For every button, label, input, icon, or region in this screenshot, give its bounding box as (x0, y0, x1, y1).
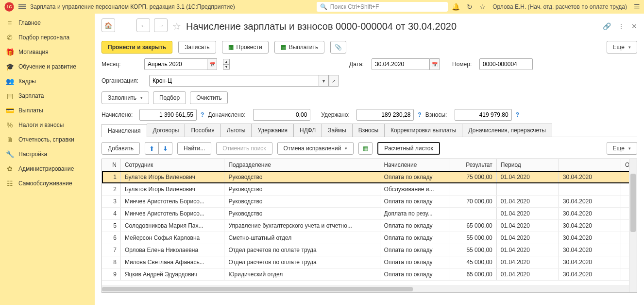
month-label: Месяц: (102, 61, 140, 68)
tab-more-button[interactable]: Еще▾ (607, 142, 637, 155)
contr-value[interactable] (455, 109, 512, 121)
withheld-label: Удержано: (321, 111, 353, 118)
nav-forward-button[interactable]: → (154, 18, 168, 32)
date-calendar-icon[interactable]: 📅 (430, 58, 440, 70)
sidebar-item-5[interactable]: ▤Зарплата (0, 89, 95, 103)
org-field[interactable] (149, 75, 319, 87)
table-row[interactable]: 5Солодовникова Мария Пах...Управление бу… (102, 220, 637, 232)
sidebar-item-1[interactable]: ✆Подбор персонала (0, 30, 95, 45)
col-department[interactable]: Подразделение (224, 159, 380, 171)
content: 🏠 ← → ☆ Начисление зарплаты и взносов 00… (95, 14, 644, 305)
tab-8[interactable]: Корректировки выплаты (384, 124, 462, 137)
move-down-button[interactable]: ⬇ (159, 142, 172, 155)
accrued-value[interactable] (139, 109, 197, 121)
month-up[interactable]: ▲ (223, 59, 230, 64)
accrued-help[interactable]: ? (201, 111, 204, 118)
col-accrual[interactable]: Начисление (380, 159, 450, 171)
tab-7[interactable]: Взносы (352, 124, 385, 137)
clear-button[interactable]: Очистить (190, 91, 228, 104)
tab-9[interactable]: Доначисления, перерасчеты (462, 124, 552, 137)
menu-icon[interactable] (18, 3, 26, 10)
month-calendar-icon[interactable]: 📅 (207, 58, 217, 70)
sidebar-label: Отчетность, справки (18, 136, 74, 143)
settings-icon[interactable]: ☰ (634, 3, 640, 11)
sidebar-item-4[interactable]: 👥Кадры (0, 74, 95, 89)
more-vert-icon[interactable]: ⋮ (618, 22, 625, 30)
sidebar-label: Обучение и развитие (18, 63, 76, 70)
more-button[interactable]: Еще▾ (607, 41, 637, 54)
favorite-toggle[interactable]: ☆ (172, 20, 181, 32)
post-button[interactable]: ▦Провести (222, 41, 269, 54)
col-period-end[interactable] (559, 159, 621, 171)
nav-back-button[interactable]: ← (136, 18, 150, 32)
table-row[interactable]: 2Булатов Игорь ВиленовичРуководствоОбслу… (102, 183, 637, 196)
table-row[interactable]: 7Орлова Елена НиколаевнаОтдел расчетов п… (102, 244, 637, 256)
sidebar-item-8[interactable]: 🗎Отчетность, справки (0, 132, 95, 147)
tab-6[interactable]: Займы (322, 124, 353, 137)
date-field[interactable] (372, 58, 430, 70)
sidebar-item-2[interactable]: 🎁Мотивация (0, 45, 95, 59)
org-dropdown-icon[interactable]: ▾ (319, 75, 329, 87)
pick-button[interactable]: Подбор (153, 91, 186, 104)
month-field[interactable] (144, 58, 207, 70)
col-period[interactable]: Период (496, 159, 559, 171)
month-down[interactable]: ▼ (223, 64, 230, 70)
home-button[interactable]: 🏠 (102, 18, 115, 32)
star-icon[interactable]: ☆ (479, 3, 486, 11)
tab-5[interactable]: НДФЛ (293, 124, 322, 137)
table-row[interactable]: 4Минчев Аристотель Борисо...РуководствоД… (102, 208, 637, 220)
table-row[interactable]: 8Милова Светлана Афанась...Отдел расчето… (102, 256, 637, 269)
history-icon[interactable]: ↻ (467, 3, 473, 11)
tab-3[interactable]: Льготы (220, 124, 252, 137)
close-icon[interactable]: ✕ (631, 22, 637, 30)
withheld-value[interactable] (356, 109, 414, 121)
sidebar-icon: ☷ (6, 179, 14, 187)
logo-1c: 1С (4, 1, 15, 12)
contr-help[interactable]: ? (516, 111, 519, 118)
vertical-scrollbar[interactable] (629, 159, 637, 292)
topbar: 1С Зарплата и управление персоналом КОРП… (0, 0, 644, 14)
post-and-close-button[interactable]: Провести и закрыть (102, 41, 172, 54)
sidebar-item-6[interactable]: 💳Выплаты (0, 103, 95, 118)
fill-button[interactable]: Заполнить▾ (102, 91, 149, 104)
sidebar-icon: ▤ (6, 92, 14, 100)
col-employee[interactable]: Сотрудник (120, 159, 224, 171)
tab-0[interactable]: Начисления (102, 124, 147, 137)
sidebar-label: Мотивация (18, 49, 49, 55)
add-row-button[interactable]: Добавить (102, 142, 140, 155)
save-button[interactable]: Записать (178, 41, 216, 54)
sidebar-item-9[interactable]: 🔧Настройка (0, 147, 95, 161)
sidebar-item-0[interactable]: ≡Главное (0, 16, 95, 30)
report-button[interactable]: ▦ (358, 142, 373, 155)
table-row[interactable]: 3Минчев Аристотель Борисо...РуководствоО… (102, 196, 637, 208)
table-row[interactable]: 1Булатов Игорь ВиленовичРуководствоОплат… (102, 171, 637, 183)
col-n[interactable]: N (102, 159, 120, 171)
global-search[interactable]: 🔍 Поиск Ctrl+Shift+F (317, 2, 448, 12)
number-field[interactable] (479, 58, 533, 70)
addl-value[interactable] (253, 109, 310, 121)
tab-2[interactable]: Пособия (185, 124, 220, 137)
table-row[interactable]: 6Мейерсон Софья КарловнаСметно-штатный о… (102, 232, 637, 244)
sidebar-label: Администрирование (18, 165, 74, 172)
document-title: Начисление зарплаты и взносов 0000-00000… (186, 21, 457, 32)
payslip-button[interactable]: Расчетный листок (377, 142, 440, 155)
col-result[interactable]: Результат (450, 159, 496, 171)
tab-4[interactable]: Удержания (251, 124, 294, 137)
withheld-help[interactable]: ? (418, 111, 421, 118)
find-button[interactable]: Найти... (177, 142, 211, 155)
pay-button[interactable]: ▦Выплатить (274, 41, 325, 54)
link-icon[interactable]: 🔗 (603, 22, 611, 30)
horizontal-scrollbar[interactable] (102, 286, 629, 292)
cancel-search-button[interactable]: Отменить поиск (216, 142, 272, 155)
tab-1[interactable]: Договоры (147, 124, 186, 137)
sidebar-item-10[interactable]: ✿Администрирование (0, 161, 95, 176)
attach-button[interactable]: 📎 (330, 41, 346, 54)
table-row[interactable]: 9Яцкив Андрей ЭдуардовичЮридический отде… (102, 269, 637, 281)
cancel-corrections-button[interactable]: Отмена исправлений▾ (277, 142, 354, 155)
move-up-button[interactable]: ⬆ (145, 142, 159, 155)
sidebar-item-11[interactable]: ☷Самообслуживание (0, 176, 95, 191)
sidebar-item-3[interactable]: 🎓Обучение и развитие (0, 59, 95, 74)
org-open-icon[interactable]: ↗ (329, 75, 339, 87)
sidebar-item-7[interactable]: %Налоги и взносы (0, 118, 95, 132)
bell-icon[interactable]: 🔔 (452, 3, 460, 11)
